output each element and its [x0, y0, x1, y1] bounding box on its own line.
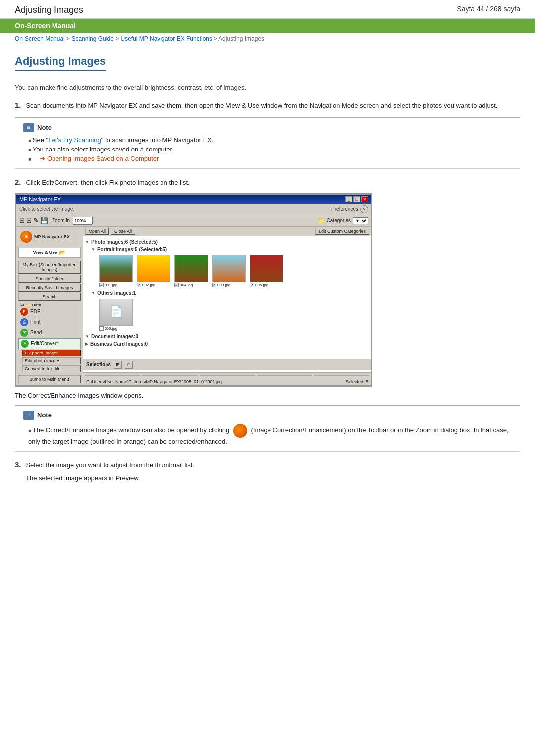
- mp-thumb-3[interactable]: ✓ 004.jpg: [174, 255, 210, 287]
- mp-view-use-label: View & Use: [33, 250, 57, 255]
- lets-try-scanning-link[interactable]: Let's Try Scanning: [48, 136, 101, 144]
- note-box-2: ≡ Note The Correct/Enhance Images window…: [15, 405, 520, 452]
- mp-others-triangle[interactable]: ▼: [91, 291, 95, 295]
- mp-preview-4[interactable]: [257, 375, 312, 376]
- breadcrumb-current: Adjusting Images: [218, 35, 264, 42]
- note-header-1: ≡ Note: [23, 123, 512, 132]
- mp-zoom-label: Zoom in: [52, 218, 70, 223]
- mp-icon-save[interactable]: 💾: [40, 217, 48, 224]
- mp-preview-3[interactable]: [200, 375, 255, 376]
- mp-business-section: ▶ Business Card Images:0: [85, 340, 369, 348]
- mp-edit-convert-action[interactable]: ✎ Edit/Convert: [18, 338, 81, 349]
- mp-sidebar: ◉ MP Navigator EX View & Use 📂 My Box (S…: [16, 227, 83, 385]
- page-title: Adjusting Images: [15, 55, 106, 71]
- mp-view-use-btn[interactable]: View & Use 📂: [18, 248, 81, 258]
- mp-my-box-label: My Box (Scanned/Imported Images): [22, 262, 76, 272]
- mp-content: ▼ Photo Images:6 (Selected:5) ▼ Portrait…: [83, 236, 371, 359]
- mp-close-all-btn[interactable]: Close All: [111, 228, 135, 235]
- step-3-desc: The selected image appears in Preview.: [26, 474, 520, 482]
- mp-categories-label[interactable]: Categories: [327, 218, 351, 223]
- mp-thumb-text-4: 003.jpg: [217, 283, 230, 287]
- mp-categories-dropdown[interactable]: ▼: [353, 217, 368, 224]
- breadcrumb: On-Screen Manual > Scanning Guide > Usef…: [0, 33, 535, 45]
- breadcrumb-scanning[interactable]: Scanning Guide: [71, 35, 113, 42]
- step-3-number: 3.: [15, 460, 21, 469]
- mp-checkbox-2[interactable]: ✓: [137, 283, 141, 287]
- mp-thumb-text-6: 006.jpg: [105, 326, 117, 331]
- mp-recently-saved-label: Recently Saved Images: [26, 285, 73, 290]
- mp-statusbar-selected: Selected: 5: [346, 379, 368, 384]
- note-header-2: ≡ Note: [23, 411, 512, 420]
- mp-icon-edit[interactable]: ✎: [33, 217, 39, 224]
- mp-convert-text-label: Convert to text file: [25, 366, 61, 371]
- mp-thumb-5[interactable]: ✓ 005.jpg: [250, 255, 285, 287]
- mp-photo-triangle[interactable]: ▼: [85, 240, 89, 244]
- mp-zoom-input[interactable]: [73, 217, 93, 225]
- mp-logo: ◉ MP Navigator EX: [18, 229, 81, 245]
- mp-jump-main-label: Jump to Main Menu: [30, 377, 69, 382]
- mp-preview-2[interactable]: [142, 375, 197, 376]
- page-title-header: Adjusting Images: [15, 5, 83, 15]
- mp-selections-bar: Selections ⊞ □: [83, 359, 371, 370]
- mp-thumb-1[interactable]: ✓ 001.jpg: [99, 255, 135, 287]
- mp-fix-photo-btn[interactable]: Fix photo images: [22, 350, 81, 356]
- step-1-number: 1.: [15, 101, 21, 109]
- note-label-1: Note: [37, 124, 52, 131]
- note-icon-2: ≡: [23, 411, 34, 420]
- mp-print-action[interactable]: 🖨 Print: [18, 317, 81, 327]
- mp-icons-placeholder: ⊞ ⊞ ✎ 💾: [19, 217, 48, 224]
- mp-preview-1[interactable]: [85, 375, 140, 376]
- mp-help-btn[interactable]: ?: [360, 205, 368, 213]
- mp-thumb-6[interactable]: 📄 006.jpg: [99, 299, 135, 331]
- mp-pdf-icon: P: [20, 308, 28, 316]
- mp-document-triangle[interactable]: ▼: [85, 334, 89, 339]
- mp-portrait-triangle[interactable]: ▼: [91, 247, 95, 252]
- mp-checkbox-6[interactable]: [99, 326, 104, 331]
- mp-logo-text: MP Navigator EX: [34, 234, 70, 239]
- breadcrumb-functions[interactable]: Useful MP Navigator EX Functions: [121, 35, 213, 42]
- mp-preferences-label[interactable]: Preferences: [331, 206, 358, 212]
- mp-open-all-btn[interactable]: Open All: [85, 228, 109, 235]
- mp-checkbox-1[interactable]: ✓: [99, 283, 104, 287]
- mp-edit-custom-label: Edit Custom Categories: [319, 229, 366, 234]
- mp-others-label: Others Images:1: [97, 290, 136, 296]
- mp-send-action[interactable]: ✉ Send: [18, 328, 81, 338]
- mp-search-btn[interactable]: Search: [18, 293, 81, 301]
- mp-icon-add[interactable]: ⊞: [26, 217, 32, 224]
- mp-jump-main-btn[interactable]: Jump to Main Menu: [18, 375, 81, 383]
- mp-preview-5[interactable]: [314, 375, 369, 376]
- mp-checkbox-3[interactable]: ✓: [174, 283, 179, 287]
- breadcrumb-home[interactable]: On-Screen Manual: [15, 35, 65, 42]
- mp-folder-icon: 📁: [318, 217, 325, 224]
- mp-checkbox-4[interactable]: ✓: [212, 283, 216, 287]
- mp-business-triangle[interactable]: ▶: [85, 342, 88, 346]
- opening-images-link[interactable]: Opening Images Saved on a Computer: [40, 155, 159, 162]
- mp-maximize-btn[interactable]: □: [353, 196, 360, 202]
- mp-edit-custom-btn[interactable]: Edit Custom Categories: [315, 228, 369, 235]
- mp-print-icon: 🖨: [20, 318, 28, 326]
- mp-folder-small-icon: 📂: [59, 250, 66, 256]
- mp-sel-icon-2[interactable]: □: [125, 361, 133, 369]
- mp-specify-folder-btn[interactable]: Specify Folder: [18, 275, 81, 283]
- mp-minimize-btn[interactable]: _: [345, 196, 352, 202]
- mp-thumb-2[interactable]: ✓ 002.jpg: [137, 255, 172, 287]
- mp-selections-label: Selections: [86, 362, 111, 367]
- mp-close-all-label: Close All: [114, 229, 132, 234]
- mp-tree-plus[interactable]: ⊞: [20, 303, 24, 306]
- mp-sel-icon-1[interactable]: ⊞: [114, 361, 122, 369]
- mp-edit-photo-btn[interactable]: Edit photo images: [22, 357, 81, 364]
- mp-recently-saved-btn[interactable]: Recently Saved Images: [18, 284, 81, 292]
- mp-my-box-btn[interactable]: My Box (Scanned/Imported Images): [18, 261, 81, 274]
- mp-pdf-label: PDF: [30, 309, 40, 314]
- mp-second-toolbar: ⊞ ⊞ ✎ 💾 Zoom in 📁 Categories ▼: [16, 215, 371, 227]
- mp-checkbox-5[interactable]: ✓: [250, 283, 254, 287]
- mp-toolbar-text: Click to select the image.: [19, 206, 329, 212]
- mp-convert-text-btn[interactable]: Convert to text file: [22, 365, 81, 372]
- mp-close-btn[interactable]: ✕: [361, 196, 368, 202]
- mp-portrait-subsection: ▼ Portrait Images:5 (Selected:5) ✓ 001.j…: [91, 246, 369, 287]
- mp-icon-grid[interactable]: ⊞: [19, 217, 25, 224]
- mp-sidebar-actions: P PDF 🖨 Print ✉ Send: [18, 307, 81, 383]
- mp-pdf-action[interactable]: P PDF: [18, 307, 81, 317]
- mp-thumb-4[interactable]: ✓ 003.jpg: [212, 255, 248, 287]
- mp-logo-icon: ◉: [20, 231, 32, 243]
